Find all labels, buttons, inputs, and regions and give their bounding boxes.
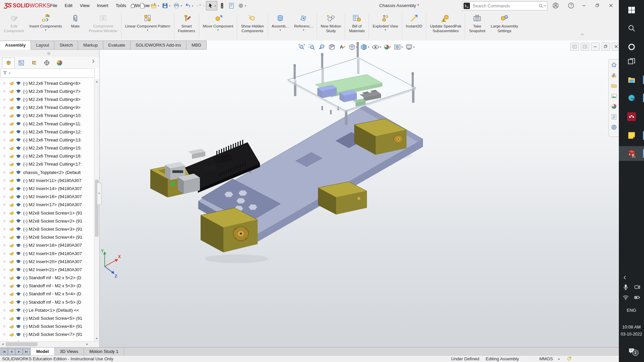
take-snapshot-button[interactable]: Take Snapshot <box>466 12 488 40</box>
palette-icon[interactable] <box>611 93 617 99</box>
folder-icon[interactable] <box>611 82 617 89</box>
ribbon-button[interactable] <box>345 13 345 39</box>
tree-item[interactable]: chassis_Topplate<2> (Default <box>0 168 94 176</box>
move-component-button[interactable]: Move Component <box>200 12 236 40</box>
scroll-left-icon[interactable] <box>0 342 5 347</box>
bill-of-materials-button[interactable]: Bill of Materials <box>346 12 368 40</box>
featuremanager-tab[interactable] <box>2 58 15 68</box>
expand-arrow-icon[interactable] <box>2 243 7 247</box>
lib-icon[interactable] <box>611 72 617 78</box>
expand-arrow-icon[interactable] <box>2 154 7 158</box>
units-selector[interactable]: MMGS <box>539 356 553 361</box>
scroll-previous-button[interactable] <box>8 348 15 355</box>
expand-arrow-icon[interactable] <box>2 130 7 134</box>
display-pane-handle[interactable] <box>97 183 102 205</box>
language-indicator[interactable]: ENG <box>619 308 644 313</box>
help-icon[interactable]: ? <box>568 2 575 9</box>
filter-icon[interactable] <box>2 70 8 76</box>
configurationmanager-tab[interactable] <box>28 58 40 68</box>
expand-arrow-icon[interactable] <box>2 122 7 126</box>
wifi-icon[interactable] <box>622 294 629 301</box>
expand-arrow-icon[interactable] <box>2 267 7 272</box>
new-document-button[interactable] <box>138 1 149 10</box>
expand-arrow-icon[interactable] <box>2 202 7 207</box>
expand-arrow-icon[interactable] <box>2 113 7 118</box>
annotation-visibility-button[interactable]: A <box>337 43 346 52</box>
zoom-to-fit-button[interactable] <box>297 43 306 52</box>
tree-item[interactable]: (-) M2.2x6 Thread Cutting<9> <box>0 104 94 112</box>
menu-item[interactable]: Insert <box>93 0 112 11</box>
account-icon[interactable] <box>552 2 559 9</box>
tree-item[interactable]: (-) M2 Insert<18> (94180A307 <box>0 241 94 249</box>
tree-filter-bar[interactable]: ▾ <box>1 68 95 78</box>
doc-minimize-button[interactable] <box>591 43 600 51</box>
pane-next-button[interactable] <box>581 43 589 51</box>
forum-icon[interactable] <box>611 124 617 130</box>
tab-addins[interactable]: SOLIDWORKS Add-Ins <box>130 41 186 50</box>
tree-item[interactable]: (-) M2 Insert<19> (94180A307 <box>0 249 94 257</box>
tree-item[interactable]: (-) M2.2x6 Thread Cutting<7> <box>0 87 94 95</box>
apply-scene-button[interactable] <box>393 43 404 52</box>
display-style-button[interactable] <box>359 43 370 52</box>
search-dropdown-caret[interactable]: ▾ <box>544 4 546 7</box>
expand-arrow-icon[interactable] <box>2 146 7 150</box>
ribbon-button[interactable] <box>237 13 237 39</box>
clock-time[interactable]: 10:08 AM <box>619 324 644 329</box>
hide-show-items-button[interactable] <box>371 43 382 52</box>
tab-evaluate[interactable]: Evaluate <box>103 41 131 50</box>
expand-arrow-icon[interactable] <box>2 211 7 215</box>
tree-item[interactable]: (-) Standoff mf - M2 x 5<4> (D <box>0 290 94 298</box>
start-button[interactable] <box>619 3 644 17</box>
home-icon[interactable] <box>611 62 617 68</box>
expand-arrow-icon[interactable] <box>2 186 7 191</box>
displaymanager-tab[interactable] <box>53 58 66 68</box>
save-button[interactable] <box>160 1 172 10</box>
previous-view-button[interactable] <box>317 43 326 52</box>
solidworks-2022-button[interactable]: SW2022 <box>619 146 644 161</box>
ribbon-button[interactable] <box>317 13 317 39</box>
smart-fasteners-button[interactable]: Smart Fasteners <box>175 12 198 40</box>
expand-arrow-icon[interactable] <box>2 138 7 142</box>
props-icon[interactable] <box>611 114 617 120</box>
tree-item[interactable]: (-) M2.2x6 Thread Cutting<17: <box>0 160 94 168</box>
mendeley-button[interactable] <box>619 109 644 124</box>
close-button[interactable] <box>606 1 616 10</box>
redo-button[interactable] <box>195 1 206 10</box>
tree-item[interactable]: (-) M2.2x6 Thread Cutting<6> <box>0 79 94 87</box>
tree-item[interactable]: (-) M2.2x6 Thread Cutting<15: <box>0 144 94 152</box>
view-settings-button[interactable] <box>405 43 415 52</box>
expand-arrow-icon[interactable] <box>2 308 7 312</box>
ribbon-button[interactable] <box>121 13 121 39</box>
cortana-button[interactable] <box>619 40 644 54</box>
tab-markup[interactable]: Markup <box>78 41 103 50</box>
menu-item[interactable]: Edit <box>61 0 76 11</box>
expand-arrow-icon[interactable] <box>2 194 7 199</box>
tree-item[interactable]: (-) M2.2x6 Thread Cutting<11: <box>0 120 94 128</box>
tree-item[interactable]: (-) M2 Insert<14> (94180A307 <box>0 184 94 192</box>
tree-item[interactable]: (-) Standoff mf - M2 x 5<2> (D <box>0 274 94 282</box>
expand-arrow-icon[interactable] <box>2 170 7 175</box>
print-button[interactable] <box>172 1 183 10</box>
motion-study-tab[interactable]: Motion Study 1 <box>84 348 124 356</box>
edit-appearance-button[interactable] <box>383 43 392 52</box>
select-tool-button[interactable] <box>206 1 217 10</box>
tree-item[interactable]: (-) M2x8 Socket Screw<5> (91 <box>0 314 94 322</box>
tab-assembly[interactable]: Assembly <box>0 41 31 50</box>
expand-arrow-icon[interactable] <box>2 97 7 102</box>
3d-views-tab[interactable]: 3D Views <box>55 348 84 356</box>
tree-item[interactable]: (-) M2 Insert<21> (94180A307 <box>0 265 94 274</box>
doc-restore-button[interactable] <box>601 43 610 51</box>
section-view-button[interactable] <box>327 43 336 52</box>
expand-arrow-icon[interactable] <box>2 105 7 110</box>
notification-center-button[interactable] <box>619 343 644 359</box>
insert-components-button[interactable]: Insert Components <box>26 12 64 40</box>
tree-vertical-scrollbar[interactable] <box>94 79 99 341</box>
exploded-view-button[interactable]: Exploded View <box>370 12 401 40</box>
graphics-viewport[interactable]: Y X Z <box>99 41 619 347</box>
tree-horizontal-scrollbar[interactable] <box>0 341 99 347</box>
rebuild-button[interactable] <box>217 1 227 10</box>
tree-item[interactable]: (-) M2.2x6 Thread Cutting<8> <box>0 95 94 103</box>
expand-arrow-icon[interactable] <box>2 324 7 328</box>
tree-item[interactable]: (-) M2x8 Socket Screw<7> (91 <box>0 330 94 339</box>
scroll-first-button[interactable] <box>1 348 8 355</box>
